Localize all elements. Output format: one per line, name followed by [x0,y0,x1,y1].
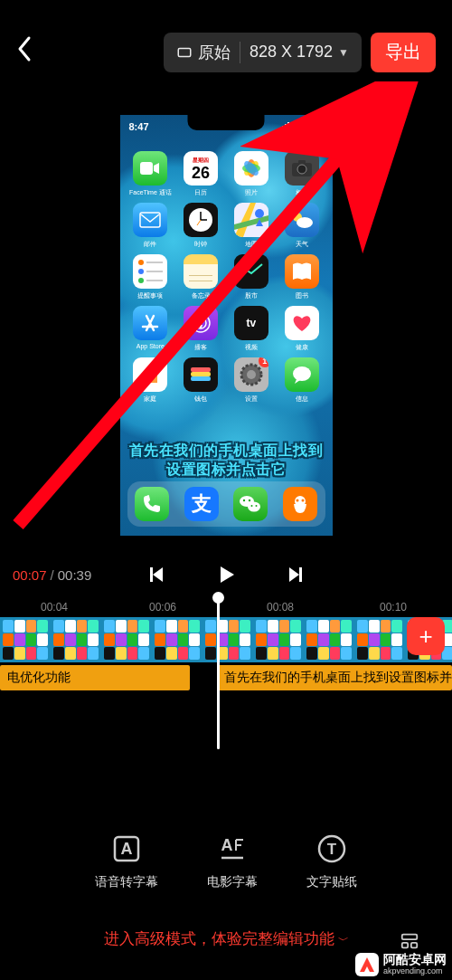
app-health: 健康 [278,306,325,352]
tick: 00:04 [41,601,68,614]
header-right: 原始 828 X 1792 ▼ 导出 [164,33,436,72]
caret-down-icon: ▼ [338,46,349,59]
status-right: 4G [279,122,323,132]
aspect-label: 原始 [198,42,231,63]
plus-icon: + [419,623,432,651]
app-tv: tv视频 [228,306,275,352]
movie-subtitle-icon: A [216,833,249,865]
svg-point-8 [297,165,306,174]
voice-subtitle-icon: A [110,833,143,865]
tick: 00:08 [267,601,294,614]
tool-label: 语音转字幕 [95,874,158,890]
svg-point-20 [199,319,202,323]
svg-point-25 [247,370,256,379]
watermark: 阿酷安卓网 akpvending.com [355,953,447,976]
watermark-url: akpvending.com [383,967,447,976]
timeline[interactable]: 00:04 00:06 00:08 00:10 + 电优化功能 首先在我们的手机… [0,595,452,740]
tick: 00:06 [149,601,176,614]
svg-point-17 [297,217,313,228]
timeline-ticks: 00:04 00:06 00:08 00:10 [0,595,452,617]
watermark-logo [355,953,379,976]
app-facetime: FaceTime 通话 [127,151,174,197]
svg-rect-23 [191,376,211,381]
svg-text:A: A [121,840,133,858]
timeline-frames[interactable] [0,617,452,662]
app-photos: 照片 [228,151,275,197]
back-button[interactable] [16,34,33,70]
chevron-down-icon: ﹀ [338,934,349,947]
phone-frame: 8:47 4G FaceTime 通话 星期四26日历 照片 相机 邮件 时钟 … [120,115,333,536]
svg-rect-22 [191,372,211,376]
tool-label: 电影字幕 [207,874,258,890]
app-maps: 地图 [228,203,275,249]
svg-point-30 [249,500,250,501]
phone-dock: 支 [127,481,325,527]
header: 原始 828 X 1792 ▼ 导出 [0,0,452,104]
total-time: 00:39 [58,567,92,583]
video-preview[interactable]: 8:47 4G FaceTime 通话 星期四26日历 照片 相机 邮件 时钟 … [0,104,452,550]
play-button[interactable] [215,564,237,585]
app-stocks: 股市 [228,254,275,300]
dock-alipay: 支 [184,487,219,521]
app-settings: 1设置 [228,357,275,404]
signal-icon [279,122,289,131]
resolution-value: 828 X 1792 [250,43,333,62]
tool-movie-subtitle[interactable]: A 电影字幕 [207,833,258,890]
tool-label: 文字贴纸 [306,874,357,890]
export-label: 导出 [385,40,421,64]
caption-segment[interactable]: 首先在我们的手机桌面上找到设置图标并点击它 [217,665,452,690]
svg-point-26 [293,366,311,381]
dock-phone [135,487,169,521]
next-frame-button[interactable] [286,564,307,585]
battery-icon [307,123,324,131]
tool-text-sticker[interactable]: T 文字贴纸 [306,833,357,890]
app-notes: 备忘录 [177,254,224,300]
aspect-resolution-pill[interactable]: 原始 828 X 1792 ▼ [164,33,362,72]
export-button[interactable]: 导出 [371,33,436,72]
video-subtitle: 首先在我们的手机桌面上找到设置图标并点击它 [124,441,329,480]
advanced-mode-label: 进入高级模式，体验完整编辑功能 [104,930,334,947]
playhead[interactable] [217,595,220,749]
dock-uc [283,487,317,521]
settings-badge: 1 [259,357,268,367]
time-display: 00:07/00:39 [13,567,91,583]
svg-text:T: T [327,841,337,858]
video-editor-app: 原始 828 X 1792 ▼ 导出 8:47 4G [0,0,452,980]
playback-controls [145,564,307,585]
svg-point-29 [243,500,245,501]
status-time: 8:47 [129,121,149,132]
caption-track[interactable]: 电优化功能 首先在我们的手机桌面上找到设置图标并点击它 [0,665,452,694]
svg-point-35 [302,500,305,502]
current-time: 00:07 [13,567,47,583]
playback-bar: 00:07/00:39 [0,554,452,595]
app-weather: 天气 [278,203,325,249]
prev-frame-button[interactable] [145,564,166,585]
app-reminders: 提醒事项 [127,254,174,300]
tick: 00:10 [380,601,407,614]
svg-rect-2 [140,162,153,175]
app-books: 图书 [278,254,325,300]
phone-status-bar: 8:47 4G [120,119,333,135]
app-camera: 相机 [278,151,325,197]
svg-rect-9 [298,160,306,164]
app-messages: 信息 [278,357,325,404]
svg-point-31 [251,505,253,507]
aspect-icon [176,44,193,61]
app-wallet: 钱包 [177,357,224,404]
caption-text: 首先在我们的手机桌面上找到设置图标并点击它 [224,670,452,686]
svg-point-32 [256,505,258,507]
app-calendar: 星期四26日历 [177,151,224,197]
app-appstore: App Store [127,306,174,352]
svg-rect-0 [178,48,191,56]
svg-point-15 [255,209,264,218]
watermark-text: 阿酷安卓网 akpvending.com [383,953,447,975]
tool-voice-to-subtitle[interactable]: A 语音转字幕 [95,833,158,890]
add-segment-button[interactable]: + [407,617,445,655]
caption-text: 电优化功能 [7,670,71,686]
app-home: 家庭 [127,357,174,404]
dock-wechat [233,487,268,521]
svg-point-34 [297,500,299,502]
enter-advanced-mode[interactable]: 进入高级模式，体验完整编辑功能﹀ [0,928,452,949]
caption-segment[interactable]: 电优化功能 [0,665,190,690]
svg-rect-10 [140,213,160,227]
